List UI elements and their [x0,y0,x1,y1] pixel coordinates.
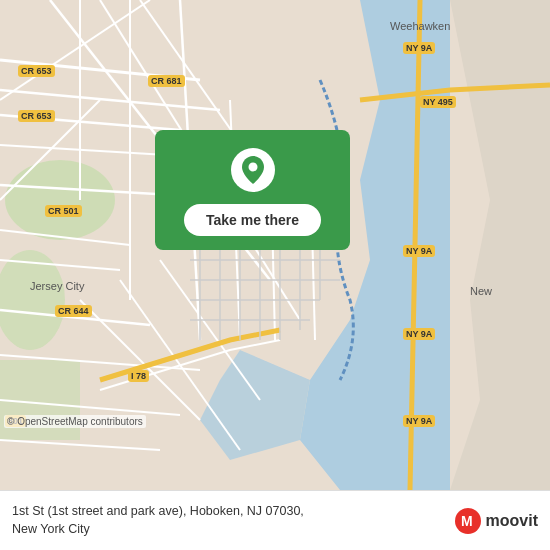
route-marker-ny9a-4: NY 9A [403,415,435,427]
svg-text:Jersey City: Jersey City [30,280,85,292]
moovit-text: moovit [486,512,538,530]
address-line1: 1st St (1st street and park ave), Hoboke… [12,504,304,518]
route-marker-ny9a-2: NY 9A [403,245,435,257]
svg-point-1 [5,160,115,240]
svg-text:Weehawken: Weehawken [390,20,450,32]
take-me-there-button[interactable]: Take me there [184,204,321,236]
route-marker-ny9a-3: NY 9A [403,328,435,340]
location-card: Take me there [155,130,350,250]
address-line2: New York City [12,522,90,536]
svg-text:M: M [461,513,473,529]
route-marker-cr653-1: CR 653 [18,65,55,77]
route-marker-i78: I 78 [128,370,149,382]
address-text: 1st St (1st street and park ave), Hoboke… [12,503,454,538]
svg-point-46 [248,163,257,172]
route-marker-ny9a-1: NY 9A [403,42,435,54]
route-marker-cr653-2: CR 653 [18,110,55,122]
route-marker-cr501: CR 501 [45,205,82,217]
moovit-icon: M [454,507,482,535]
map-attribution: © OpenStreetMap contributors [4,415,146,428]
route-marker-cr681: CR 681 [148,75,185,87]
route-marker-cr644: CR 644 [55,305,92,317]
svg-text:New: New [470,285,492,297]
moovit-logo: M moovit [454,507,538,535]
map-container: Weehawken Jersey City New CR 653 CR 653 … [0,0,550,490]
location-pin-icon [239,154,267,186]
location-pin-circle [231,148,275,192]
route-marker-ny495: NY 495 [420,96,456,108]
bottom-bar: 1st St (1st street and park ave), Hoboke… [0,490,550,550]
